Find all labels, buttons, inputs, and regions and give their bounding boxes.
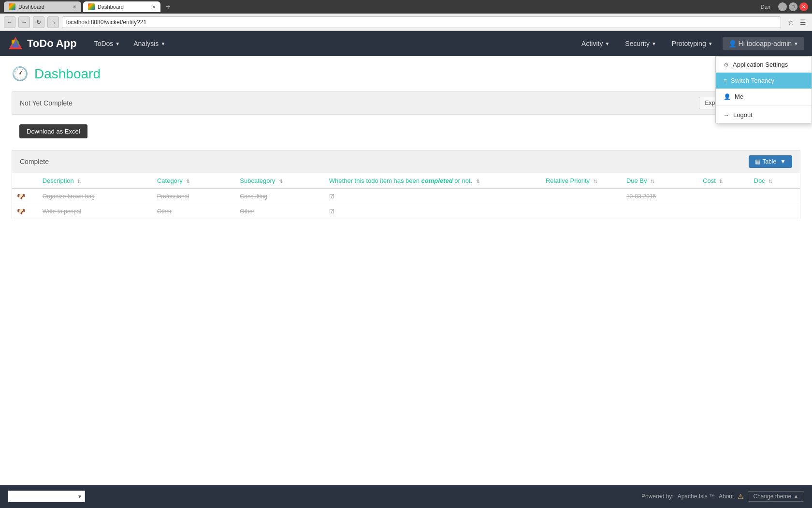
tab-label-2: Dashboard [98,4,124,10]
complete-title: Complete [20,158,49,165]
row1-icon-cell: 🐶 [12,189,38,204]
download-area: Download as Excel [12,119,800,146]
dropdown-logout[interactable]: → Logout [716,107,812,123]
settings-icon: ⚙ [724,61,729,68]
table-view-button[interactable]: ▦ Table ▼ [749,155,792,168]
row2-check-icon: ☑ [329,208,334,215]
table-row: 🐶 Organize brown bag Professional Consul… [12,189,800,204]
nav-user-label: Hi todoapp-admin [739,40,792,47]
complete-table-container: Description ⇅ Category ⇅ Subcategory ⇅ [12,173,800,219]
page-title-icon: 🕐 [12,66,29,82]
page-title: Dashboard [34,66,101,82]
table-row: 🐶 Write to penpal Other Other ☑ [12,204,800,219]
row1-icon: 🐶 [17,193,25,200]
bookmark-button[interactable]: ☆ [786,17,796,27]
th-description-label: Description [43,177,74,184]
nav-todos[interactable]: ToDos ▼ [88,37,126,50]
brand-icon [8,36,23,51]
complete-table: Description ⇅ Category ⇅ Subcategory ⇅ [12,173,800,219]
app-content: ToDo App ToDos ▼ Analysis ▼ Activity ▼ [0,31,812,508]
change-theme-button[interactable]: Change theme ▲ [748,491,804,502]
sort-description-icon: ⇅ [77,179,81,184]
row1-priority [541,189,622,204]
navbar-brand[interactable]: ToDo App [8,36,77,51]
dropdown-app-settings[interactable]: ⚙ Application Settings [716,57,812,73]
tenancy-icon: ≡ [724,77,727,84]
navbar-right: Activity ▼ Security ▼ Prototyping ▼ 👤 Hi… [576,37,804,50]
th-row-icon [12,173,38,189]
table-button-caret: ▼ [780,158,786,165]
nav-activity-label: Activity [581,40,603,47]
browser-tab-2[interactable]: Dashboard ✕ [83,1,160,12]
row1-check-icon: ☑ [329,193,334,200]
dropdown-switch-tenancy[interactable]: ≡ Switch Tenancy [716,73,812,89]
nav-analysis[interactable]: Analysis ▼ [128,37,171,50]
tab-close-2[interactable]: ✕ [152,4,156,10]
nav-activity[interactable]: Activity ▼ [576,37,615,50]
sort-completed-icon: ⇅ [476,179,480,184]
minimize-button[interactable]: _ [778,2,787,11]
titlebar-user: Dan [761,4,770,10]
th-description[interactable]: Description ⇅ [38,173,152,189]
nav-todos-label: ToDos [94,40,114,47]
menu-button[interactable]: ☰ [798,17,808,27]
row2-description: Write to penpal [38,204,152,219]
nav-user-caret: ▼ [794,41,798,46]
nav-security-label: Security [625,40,650,47]
new-tab-button[interactable]: + [162,1,174,12]
not-yet-complete-section: Not Yet Complete Export to Word 📄 Export… [12,91,800,146]
nav-prototyping-label: Prototyping [672,40,706,47]
nav-prototyping[interactable]: Prototyping ▼ [666,37,719,50]
sort-doc-icon: ⇅ [768,179,772,184]
nav-security-caret: ▼ [652,41,656,46]
home-button[interactable]: ⌂ [47,16,59,28]
apache-isis-link[interactable]: Apache Isis ™ [678,493,715,500]
row2-cost [698,204,749,219]
back-button[interactable]: ← [4,16,15,28]
dropdown-me[interactable]: 👤 Me [716,89,812,105]
table-button-label: Table [762,158,776,165]
th-category[interactable]: Category ⇅ [152,173,235,189]
navbar: ToDo App ToDos ▼ Analysis ▼ Activity ▼ [0,31,812,56]
th-completed-bold: completed [421,177,453,184]
address-bar[interactable] [62,16,781,28]
table-icon: ▦ [755,158,760,165]
maximize-button[interactable]: □ [789,2,798,11]
row1-description: Organize brown bag [38,189,152,204]
nav-security[interactable]: Security ▼ [619,37,662,50]
me-icon: 👤 [724,93,731,100]
th-priority[interactable]: Relative Priority ⇅ [541,173,622,189]
row1-completed: ☑ [324,189,541,204]
about-link[interactable]: About [719,493,734,500]
change-theme-caret: ▲ [793,493,799,500]
window-close-button[interactable]: ✕ [799,2,808,11]
th-due-by[interactable]: Due By ⇅ [622,173,698,189]
th-cost[interactable]: Cost ⇅ [698,173,749,189]
browser-titlebar: Dashboard ✕ Dashboard ✕ + Dan _ □ ✕ [0,0,812,14]
browser-tab-1[interactable]: Dashboard ✕ [4,1,81,12]
tab-close-1[interactable]: ✕ [72,4,76,10]
nav-analysis-label: Analysis [133,40,159,47]
download-excel-button[interactable]: Download as Excel [19,124,87,138]
row2-subcategory: Other [235,204,324,219]
user-dropdown-menu: ⚙ Application Settings ≡ Switch Tenancy … [715,56,812,123]
th-doc-label: Doc [754,177,765,184]
row1-due-by: 10-03-2015 [622,189,698,204]
nav-todos-caret: ▼ [115,41,120,46]
nav-user-menu[interactable]: 👤 Hi todoapp-admin ▼ [723,37,804,50]
footer: ▼ Powered by: Apache Isis ™ About ⚠ Chan… [0,485,812,508]
row2-doc [749,204,800,219]
forward-button[interactable]: → [18,16,30,28]
logout-icon: → [724,112,729,119]
brand-text: ToDo App [27,37,77,50]
refresh-button[interactable]: ↻ [33,16,44,28]
tab-favicon-2 [88,3,95,10]
th-completed[interactable]: Whether this todo item has been complete… [324,173,541,189]
browser-toolbar: ← → ↻ ⌂ ☆ ☰ [0,14,812,31]
th-priority-label: Relative Priority [546,177,590,184]
navbar-nav: ToDos ▼ Analysis ▼ [88,37,576,50]
footer-select[interactable] [8,491,85,502]
dropdown-app-settings-label: Application Settings [733,61,788,68]
th-doc[interactable]: Doc ⇅ [749,173,800,189]
th-subcategory[interactable]: Subcategory ⇅ [235,173,324,189]
